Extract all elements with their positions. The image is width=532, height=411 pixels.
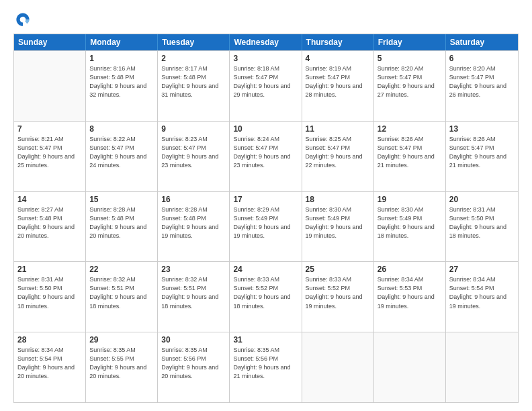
day-number: 15	[89, 195, 154, 204]
day-number: 17	[233, 195, 298, 204]
calendar: SundayMondayTuesdayWednesdayThursdayFrid…	[13, 34, 519, 403]
day-cell-19: 19Sunrise: 8:30 AM Sunset: 5:49 PM Dayli…	[374, 192, 446, 262]
day-cell-29: 29Sunrise: 8:35 AM Sunset: 5:55 PM Dayli…	[86, 332, 158, 402]
day-number: 30	[161, 335, 226, 345]
day-info: Sunrise: 8:32 AM Sunset: 5:51 PM Dayligh…	[89, 275, 154, 310]
day-info: Sunrise: 8:35 AM Sunset: 5:56 PM Dayligh…	[161, 346, 226, 381]
day-cell-4: 4Sunrise: 8:19 AM Sunset: 5:47 PM Daylig…	[302, 51, 374, 121]
day-number: 25	[306, 265, 370, 274]
day-cell-9: 9Sunrise: 8:23 AM Sunset: 5:47 PM Daylig…	[158, 122, 230, 191]
week-row-1: 1Sunrise: 8:16 AM Sunset: 5:48 PM Daylig…	[14, 50, 518, 121]
day-cell-18: 18Sunrise: 8:30 AM Sunset: 5:49 PM Dayli…	[302, 192, 374, 262]
day-cell-10: 10Sunrise: 8:24 AM Sunset: 5:47 PM Dayli…	[230, 122, 302, 191]
header-day-tuesday: Tuesday	[158, 34, 230, 50]
day-number: 4	[306, 54, 370, 63]
day-cell-13: 13Sunrise: 8:26 AM Sunset: 5:47 PM Dayli…	[446, 122, 518, 191]
day-cell-16: 16Sunrise: 8:28 AM Sunset: 5:48 PM Dayli…	[158, 192, 230, 262]
day-number: 14	[17, 195, 82, 204]
day-cell-30: 30Sunrise: 8:35 AM Sunset: 5:56 PM Dayli…	[158, 332, 230, 402]
day-cell-8: 8Sunrise: 8:22 AM Sunset: 5:47 PM Daylig…	[86, 122, 158, 191]
day-number: 19	[378, 195, 442, 204]
day-cell-5: 5Sunrise: 8:20 AM Sunset: 5:47 PM Daylig…	[374, 51, 446, 121]
day-number: 1	[89, 54, 154, 63]
day-number: 29	[89, 335, 154, 345]
day-number: 3	[233, 54, 298, 63]
header-day-friday: Friday	[374, 34, 446, 50]
day-cell-25: 25Sunrise: 8:33 AM Sunset: 5:52 PM Dayli…	[302, 262, 374, 332]
header-day-wednesday: Wednesday	[230, 34, 302, 50]
day-info: Sunrise: 8:35 AM Sunset: 5:55 PM Dayligh…	[89, 346, 154, 381]
day-cell-15: 15Sunrise: 8:28 AM Sunset: 5:48 PM Dayli…	[86, 192, 158, 262]
day-number: 22	[89, 265, 154, 274]
day-info: Sunrise: 8:34 AM Sunset: 5:54 PM Dayligh…	[17, 346, 82, 381]
day-cell-6: 6Sunrise: 8:20 AM Sunset: 5:47 PM Daylig…	[446, 51, 518, 121]
day-number: 5	[378, 54, 442, 63]
week-row-3: 14Sunrise: 8:27 AM Sunset: 5:48 PM Dayli…	[14, 191, 518, 262]
logo-icon	[13, 11, 32, 30]
empty-cell	[374, 332, 446, 402]
day-cell-27: 27Sunrise: 8:34 AM Sunset: 5:54 PM Dayli…	[446, 262, 518, 332]
logo	[13, 11, 35, 30]
day-cell-26: 26Sunrise: 8:34 AM Sunset: 5:53 PM Dayli…	[374, 262, 446, 332]
header	[13, 11, 519, 30]
day-info: Sunrise: 8:26 AM Sunset: 5:47 PM Dayligh…	[449, 135, 515, 170]
day-cell-14: 14Sunrise: 8:27 AM Sunset: 5:48 PM Dayli…	[14, 192, 86, 262]
day-info: Sunrise: 8:29 AM Sunset: 5:49 PM Dayligh…	[233, 205, 298, 240]
day-info: Sunrise: 8:27 AM Sunset: 5:48 PM Dayligh…	[17, 205, 82, 240]
header-day-thursday: Thursday	[302, 34, 374, 50]
day-number: 28	[17, 335, 82, 345]
day-info: Sunrise: 8:25 AM Sunset: 5:47 PM Dayligh…	[306, 135, 370, 170]
day-info: Sunrise: 8:34 AM Sunset: 5:54 PM Dayligh…	[449, 275, 515, 310]
day-info: Sunrise: 8:22 AM Sunset: 5:47 PM Dayligh…	[89, 135, 154, 170]
day-cell-3: 3Sunrise: 8:18 AM Sunset: 5:47 PM Daylig…	[230, 51, 302, 121]
header-day-saturday: Saturday	[446, 34, 518, 50]
day-cell-31: 31Sunrise: 8:35 AM Sunset: 5:56 PM Dayli…	[230, 332, 302, 402]
day-number: 12	[378, 124, 442, 134]
day-info: Sunrise: 8:28 AM Sunset: 5:48 PM Dayligh…	[161, 205, 226, 240]
day-number: 8	[89, 124, 154, 134]
day-cell-12: 12Sunrise: 8:26 AM Sunset: 5:47 PM Dayli…	[374, 122, 446, 191]
day-number: 21	[17, 265, 82, 274]
day-cell-21: 21Sunrise: 8:31 AM Sunset: 5:50 PM Dayli…	[14, 262, 86, 332]
day-cell-11: 11Sunrise: 8:25 AM Sunset: 5:47 PM Dayli…	[302, 122, 374, 191]
empty-cell	[14, 51, 86, 121]
day-info: Sunrise: 8:17 AM Sunset: 5:48 PM Dayligh…	[161, 64, 226, 99]
day-number: 13	[449, 124, 515, 134]
day-info: Sunrise: 8:31 AM Sunset: 5:50 PM Dayligh…	[449, 205, 515, 240]
day-cell-24: 24Sunrise: 8:33 AM Sunset: 5:52 PM Dayli…	[230, 262, 302, 332]
day-number: 6	[449, 54, 515, 63]
calendar-body: 1Sunrise: 8:16 AM Sunset: 5:48 PM Daylig…	[14, 50, 518, 402]
empty-cell	[302, 332, 374, 402]
day-cell-2: 2Sunrise: 8:17 AM Sunset: 5:48 PM Daylig…	[158, 51, 230, 121]
day-info: Sunrise: 8:20 AM Sunset: 5:47 PM Dayligh…	[378, 64, 442, 99]
header-day-monday: Monday	[86, 34, 158, 50]
day-info: Sunrise: 8:28 AM Sunset: 5:48 PM Dayligh…	[89, 205, 154, 240]
day-info: Sunrise: 8:33 AM Sunset: 5:52 PM Dayligh…	[233, 275, 298, 310]
empty-cell	[446, 332, 518, 402]
day-number: 23	[161, 265, 226, 274]
day-info: Sunrise: 8:32 AM Sunset: 5:51 PM Dayligh…	[161, 275, 226, 310]
day-cell-22: 22Sunrise: 8:32 AM Sunset: 5:51 PM Dayli…	[86, 262, 158, 332]
day-info: Sunrise: 8:30 AM Sunset: 5:49 PM Dayligh…	[378, 205, 442, 240]
day-number: 10	[233, 124, 298, 134]
week-row-2: 7Sunrise: 8:21 AM Sunset: 5:47 PM Daylig…	[14, 121, 518, 191]
day-info: Sunrise: 8:24 AM Sunset: 5:47 PM Dayligh…	[233, 135, 298, 170]
day-info: Sunrise: 8:18 AM Sunset: 5:47 PM Dayligh…	[233, 64, 298, 99]
day-info: Sunrise: 8:21 AM Sunset: 5:47 PM Dayligh…	[17, 135, 82, 170]
day-info: Sunrise: 8:26 AM Sunset: 5:47 PM Dayligh…	[378, 135, 442, 170]
day-info: Sunrise: 8:19 AM Sunset: 5:47 PM Dayligh…	[306, 64, 370, 99]
day-number: 27	[449, 265, 515, 274]
day-number: 7	[17, 124, 82, 134]
day-info: Sunrise: 8:34 AM Sunset: 5:53 PM Dayligh…	[378, 275, 442, 310]
day-info: Sunrise: 8:33 AM Sunset: 5:52 PM Dayligh…	[306, 275, 370, 310]
day-cell-20: 20Sunrise: 8:31 AM Sunset: 5:50 PM Dayli…	[446, 192, 518, 262]
day-number: 9	[161, 124, 226, 134]
week-row-5: 28Sunrise: 8:34 AM Sunset: 5:54 PM Dayli…	[14, 332, 518, 402]
day-number: 31	[233, 335, 298, 345]
day-number: 20	[449, 195, 515, 204]
calendar-header: SundayMondayTuesdayWednesdayThursdayFrid…	[14, 34, 518, 50]
day-info: Sunrise: 8:16 AM Sunset: 5:48 PM Dayligh…	[89, 64, 154, 99]
page: SundayMondayTuesdayWednesdayThursdayFrid…	[0, 0, 532, 411]
day-number: 18	[306, 195, 370, 204]
week-row-4: 21Sunrise: 8:31 AM Sunset: 5:50 PM Dayli…	[14, 261, 518, 332]
